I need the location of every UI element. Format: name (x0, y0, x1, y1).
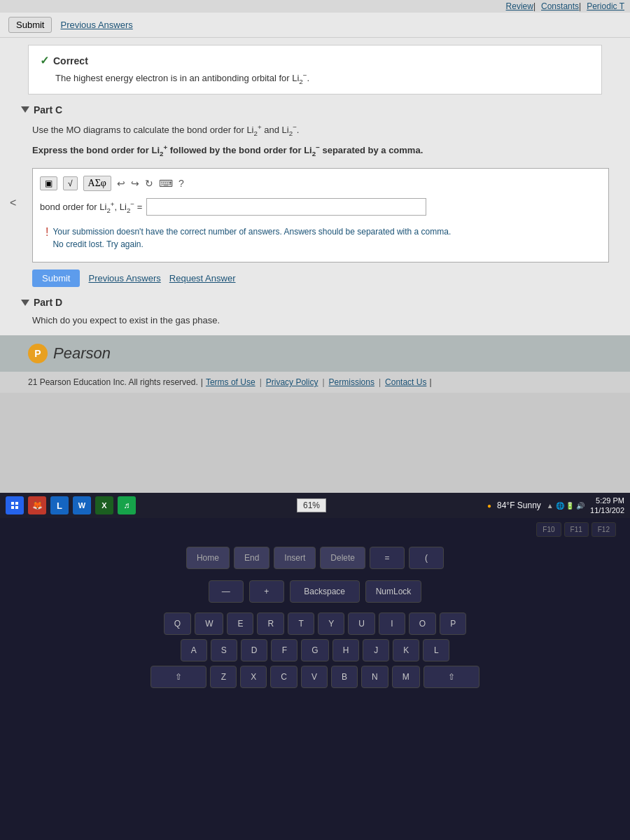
sigma-btn[interactable]: ΑΣφ (83, 176, 111, 191)
contact-us-link[interactable]: Contact Us (385, 377, 426, 387)
refresh-icon[interactable]: ↻ (145, 178, 153, 189)
main-content: Submit Previous Answers ✓ Correct The hi… (0, 13, 630, 393)
zoom-badge: 61% (297, 498, 326, 512)
pearson-bar: P Pearson (0, 335, 630, 372)
part-d-label: Part D (34, 297, 62, 308)
key-y[interactable]: Y (318, 612, 344, 635)
key-b[interactable]: B (331, 666, 358, 688)
key-n[interactable]: N (361, 666, 388, 688)
key-x2[interactable]: X (240, 666, 267, 688)
submit-row: Submit Previous Answers Request Answer (32, 270, 609, 287)
formula-btn[interactable]: ▣ (40, 176, 57, 190)
top-bar: Submit Previous Answers (0, 13, 630, 38)
sqrt-btn[interactable]: √ (63, 176, 78, 190)
equals-key[interactable]: = (370, 547, 405, 569)
f11-key[interactable]: F11 (564, 522, 589, 537)
key-d[interactable]: D (241, 639, 268, 662)
error-text-main: Your submission doesn't have the correct… (52, 225, 451, 238)
part-d-collapse-icon[interactable] (21, 300, 29, 306)
taskbar: 🦊 L W X ♬ 61% ● 84°F Sunny ▲ 🌐 🔋 🔊 5:29 … (0, 493, 630, 518)
shift-right-key[interactable]: ⇧ (424, 666, 479, 688)
undo-icon[interactable]: ↩ (117, 178, 125, 189)
scroll-left-arrow[interactable]: < (10, 197, 16, 209)
key-i[interactable]: I (379, 612, 405, 635)
copyright-bar: 21 Pearson Education Inc. All rights res… (0, 372, 630, 393)
pearson-logo: P Pearson (28, 344, 111, 363)
key-k[interactable]: K (393, 639, 419, 662)
backspace-key[interactable]: Backspace (290, 580, 360, 603)
f12-key[interactable]: F12 (592, 522, 616, 537)
home-key[interactable]: Home (186, 547, 230, 569)
error-icon: ! (46, 226, 48, 239)
key-u[interactable]: U (348, 612, 375, 635)
previous-answers-link[interactable]: Previous Answers (88, 273, 160, 284)
keyboard-row5: A S D F G H J K L (21, 639, 609, 662)
privacy-policy-link[interactable]: Privacy Policy (266, 377, 318, 387)
svg-rect-3 (15, 506, 18, 509)
part-d-header: Part D (21, 297, 609, 308)
svg-rect-1 (15, 502, 18, 505)
key-a[interactable]: A (181, 639, 207, 662)
key-v[interactable]: V (301, 666, 328, 688)
answer-input[interactable] (146, 198, 426, 216)
correct-section: ✓ Correct The highest energy electron is… (28, 45, 602, 94)
taskbar-icon-l[interactable]: L (50, 496, 69, 514)
end-key[interactable]: End (234, 547, 270, 569)
key-t[interactable]: T (288, 612, 314, 635)
toolbar-row: ▣ √ ΑΣφ ↩ ↪ ↻ ⌨ ? (40, 176, 601, 191)
shift-left-key[interactable]: ⇧ (150, 666, 206, 688)
f10-key[interactable]: F10 (536, 522, 561, 537)
time: 5:29 PM (590, 496, 624, 505)
key-e[interactable]: E (227, 612, 253, 635)
delete-key[interactable]: Delete (320, 547, 365, 569)
svg-rect-0 (11, 502, 14, 505)
part-c-collapse-icon[interactable] (21, 106, 29, 113)
key-w[interactable]: W (195, 612, 223, 635)
key-l[interactable]: L (423, 639, 449, 662)
keyboard-icon[interactable]: ⌨ (159, 178, 173, 189)
key-q[interactable]: Q (164, 612, 191, 635)
review-link[interactable]: Review (506, 1, 533, 11)
taskbar-icon-x[interactable]: X (95, 496, 113, 514)
input-label: bond order for Li2+, Li2− = (40, 200, 142, 214)
plus-key[interactable]: + (249, 580, 284, 603)
error-text-sub: No credit lost. Try again. (52, 238, 451, 251)
taskbar-icon-spotify[interactable]: ♬ (118, 496, 136, 514)
key-r[interactable]: R (257, 612, 284, 635)
key-p[interactable]: P (440, 612, 466, 635)
previous-answers-link-top[interactable]: Previous Answers (60, 20, 132, 30)
taskbar-icon-fox[interactable]: 🦊 (28, 496, 46, 514)
constants-link[interactable]: Constants (541, 1, 579, 11)
periodic-table-link[interactable]: Periodic T (587, 1, 624, 11)
key-f[interactable]: F (271, 639, 298, 662)
fn-keys-row: F10 F11 F12 (0, 518, 630, 541)
dash-key[interactable]: — (209, 580, 244, 603)
keyboard-row4: Q W E R T Y U I O P (21, 612, 609, 635)
insert-key[interactable]: Insert (274, 547, 316, 569)
part-d-question: Which do you expect to exist in the gas … (32, 315, 609, 326)
key-z[interactable]: Z (210, 666, 237, 688)
key-o[interactable]: O (409, 612, 436, 635)
submit-button-top[interactable]: Submit (8, 17, 52, 33)
key-s[interactable]: S (211, 639, 237, 662)
terms-link[interactable]: Terms of Use (206, 377, 255, 387)
part-c-instruction2: Express the bond order for Li2+ followed… (32, 143, 609, 160)
permissions-link[interactable]: Permissions (329, 377, 374, 387)
key-j[interactable]: J (363, 639, 389, 662)
taskbar-icon-w[interactable]: W (73, 496, 91, 514)
request-answer-link[interactable]: Request Answer (169, 273, 236, 284)
open-paren-key[interactable]: ( (409, 547, 444, 569)
key-h[interactable]: H (332, 639, 360, 662)
taskbar-icon-1[interactable] (6, 496, 24, 514)
submit-button[interactable]: Submit (32, 270, 80, 287)
redo-icon[interactable]: ↪ (131, 178, 139, 189)
key-m[interactable]: M (392, 666, 420, 688)
key-g[interactable]: G (301, 639, 328, 662)
part-c-section: Part C Use the MO diagrams to calculate … (21, 104, 609, 287)
numlock-key[interactable]: NumLock (365, 580, 422, 603)
help-icon[interactable]: ? (178, 178, 184, 189)
keyboard-bottom: Q W E R T Y U I O P A S D F G H J K L ⇧ … (0, 608, 630, 692)
taskbar-center: 61% (140, 498, 483, 512)
key-c[interactable]: C (270, 666, 298, 688)
weather-text: 84°F Sunny (497, 500, 541, 510)
